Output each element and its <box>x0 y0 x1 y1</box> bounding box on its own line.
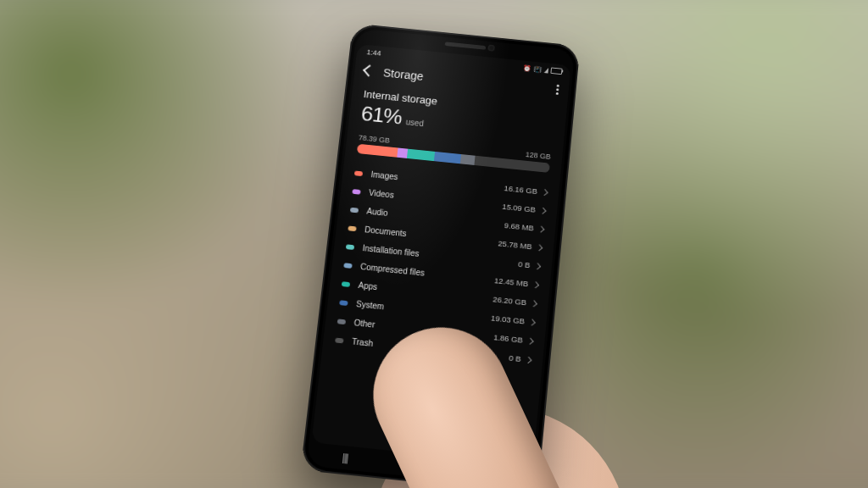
category-size: 0 B <box>518 259 531 269</box>
more-options-button[interactable] <box>553 81 563 98</box>
category-size: 0 B <box>509 353 521 363</box>
alarm-icon: ⏰ <box>523 64 531 72</box>
usage-used-label: used <box>405 118 424 128</box>
nav-recent-button[interactable]: ||| <box>342 452 353 464</box>
category-size: 25.78 MB <box>498 239 532 252</box>
battery-icon <box>550 67 562 75</box>
vibrate-icon: 📳 <box>533 65 542 73</box>
used-size: 78.39 GB <box>358 134 390 145</box>
category-size: 19.03 GB <box>491 313 526 326</box>
chevron-right-icon <box>525 356 531 363</box>
back-icon[interactable] <box>363 64 376 76</box>
usage-bar-segment <box>433 152 461 164</box>
category-color-icon <box>346 244 354 250</box>
category-color-icon <box>352 189 360 195</box>
usage-bar-segment <box>460 154 475 165</box>
category-color-icon <box>342 281 350 287</box>
chevron-right-icon <box>532 281 539 288</box>
page-title: Storage <box>382 66 424 82</box>
chevron-right-icon <box>536 244 542 251</box>
chevron-right-icon <box>539 207 546 214</box>
category-size: 9.68 MB <box>504 220 535 232</box>
category-size: 26.20 GB <box>492 295 527 308</box>
category-color-icon <box>350 207 359 213</box>
category-color-icon <box>343 263 352 269</box>
usage-bar-segment <box>357 144 398 158</box>
category-color-icon <box>354 170 363 176</box>
category-color-icon <box>337 319 346 324</box>
usage-percent: 61% <box>360 102 403 130</box>
chevron-right-icon <box>534 263 541 269</box>
usage-bar-segment <box>407 149 435 161</box>
signal-icon <box>544 67 548 73</box>
front-camera <box>487 45 494 52</box>
chevron-right-icon <box>541 189 548 196</box>
category-size: 15.09 GB <box>502 202 536 214</box>
chevron-right-icon <box>531 300 537 307</box>
category-size: 1.86 GB <box>493 332 523 344</box>
chevron-right-icon <box>529 319 536 325</box>
category-color-icon <box>348 225 356 231</box>
category-color-icon <box>335 337 344 343</box>
chevron-right-icon <box>526 337 533 344</box>
category-size: 12.45 MB <box>494 276 529 289</box>
earpiece <box>445 42 486 49</box>
category-color-icon <box>339 300 348 306</box>
category-size: 16.16 GB <box>504 184 537 196</box>
status-time: 1:44 <box>366 48 381 58</box>
total-size: 128 GB <box>525 151 551 161</box>
chevron-right-icon <box>537 225 544 232</box>
